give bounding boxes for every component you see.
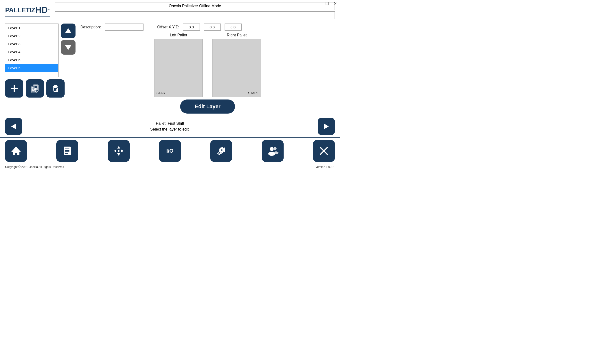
svg-marker-33 bbox=[121, 149, 124, 152]
svg-marker-32 bbox=[114, 149, 116, 152]
nav-center-text: Pallet: First Shift Select the layer to … bbox=[22, 121, 318, 132]
logo-tm: ™ bbox=[48, 9, 50, 11]
left-pallet-col: Left Pallet START bbox=[154, 33, 203, 97]
offset-label: Offset X,Y,Z: bbox=[157, 25, 179, 29]
back-button[interactable] bbox=[5, 118, 22, 135]
nav-line1: Pallet: First Shift bbox=[22, 121, 318, 126]
maximize-button[interactable]: ☐ bbox=[324, 1, 330, 6]
left-pallet-canvas[interactable]: START bbox=[154, 39, 203, 97]
svg-rect-49 bbox=[217, 153, 218, 154]
svg-rect-50 bbox=[221, 153, 222, 154]
svg-rect-37 bbox=[222, 147, 223, 148]
arrow-buttons bbox=[61, 24, 76, 55]
move-button[interactable] bbox=[108, 140, 130, 162]
left-panel: Layer 1 Layer 2 Layer 3 Layer 4 Layer 5 … bbox=[5, 24, 76, 114]
svg-marker-23 bbox=[324, 124, 329, 129]
layer-item-selected[interactable]: Layer 6 bbox=[5, 64, 58, 72]
move-up-button[interactable] bbox=[61, 24, 76, 38]
copyright: Copyright © 2021 Onexia All Rights Reser… bbox=[5, 165, 64, 169]
svg-rect-27 bbox=[65, 150, 69, 151]
io-button[interactable]: I/O bbox=[159, 140, 181, 162]
svg-marker-30 bbox=[117, 146, 120, 148]
nav-line2: Select the layer to edit. bbox=[22, 126, 318, 132]
svg-point-36 bbox=[222, 149, 223, 151]
svg-point-53 bbox=[274, 147, 277, 150]
bottom-toolbar: I/O bbox=[0, 137, 340, 164]
main-content: Layer 1 Layer 2 Layer 3 Layer 4 Layer 5 … bbox=[0, 21, 340, 116]
header: PALLETIZHD™ bbox=[0, 0, 340, 21]
offset-x-input[interactable] bbox=[183, 24, 200, 31]
right-pallet-start: START bbox=[248, 91, 259, 95]
footer: Copyright © 2021 Onexia All Rights Reser… bbox=[0, 164, 340, 170]
forward-button[interactable] bbox=[318, 118, 335, 135]
offset-z-input[interactable] bbox=[224, 24, 242, 31]
nav-row: Pallet: First Shift Select the layer to … bbox=[0, 116, 340, 137]
layer-item[interactable]: Layer 3 bbox=[5, 40, 58, 48]
minimize-button[interactable]: — bbox=[316, 1, 321, 6]
users-button[interactable] bbox=[262, 140, 284, 162]
offset-y-input[interactable] bbox=[204, 24, 221, 31]
svg-marker-22 bbox=[11, 124, 16, 129]
svg-rect-38 bbox=[222, 152, 223, 153]
settings-button[interactable] bbox=[210, 140, 232, 162]
edit-layer-button[interactable]: Edit Layer bbox=[180, 100, 235, 114]
svg-rect-47 bbox=[219, 151, 220, 152]
version: Version 1.0.8.1 bbox=[315, 165, 335, 169]
layer-item[interactable]: Layer 4 bbox=[5, 48, 58, 56]
pallets-row: Left Pallet START Right Pallet START bbox=[80, 33, 335, 97]
layer-section: Layer 1 Layer 2 Layer 3 Layer 4 Layer 5 … bbox=[5, 24, 76, 77]
io-label: I/O bbox=[166, 148, 173, 154]
header-inputs bbox=[55, 2, 335, 19]
svg-marker-1 bbox=[65, 45, 71, 50]
svg-rect-28 bbox=[65, 151, 69, 152]
svg-marker-24 bbox=[11, 147, 21, 155]
right-pallet-canvas[interactable]: START bbox=[212, 39, 261, 97]
right-pallet-col: Right Pallet START bbox=[212, 33, 261, 97]
svg-rect-39 bbox=[219, 149, 221, 151]
action-buttons bbox=[5, 79, 76, 98]
title-input[interactable] bbox=[55, 2, 335, 10]
edit-layer-row: Edit Layer bbox=[80, 100, 335, 114]
left-pallet-label: Left Pallet bbox=[170, 33, 187, 37]
right-pallet-label: Right Pallet bbox=[227, 33, 247, 37]
svg-point-51 bbox=[270, 147, 274, 151]
layer-item[interactable]: Layer 2 bbox=[5, 32, 58, 40]
subtitle-input[interactable] bbox=[55, 11, 335, 19]
delete-layer-button[interactable] bbox=[46, 79, 65, 98]
left-pallet-start: START bbox=[156, 91, 167, 95]
svg-point-54 bbox=[274, 151, 278, 154]
svg-rect-29 bbox=[65, 153, 68, 154]
svg-marker-31 bbox=[117, 153, 120, 156]
document-button[interactable] bbox=[56, 140, 78, 162]
window-close-button[interactable]: ✕ bbox=[333, 1, 338, 6]
add-layer-button[interactable] bbox=[5, 79, 23, 98]
copy-layer-button[interactable] bbox=[26, 79, 44, 98]
svg-rect-26 bbox=[65, 148, 69, 149]
description-input[interactable] bbox=[105, 24, 144, 31]
layer-list: Layer 1 Layer 2 Layer 3 Layer 4 Layer 5 … bbox=[5, 24, 58, 77]
logo-text: PALLETIZ bbox=[5, 6, 35, 14]
logo-hd: HD bbox=[35, 5, 48, 15]
home-button[interactable] bbox=[5, 140, 27, 162]
move-down-button[interactable] bbox=[61, 40, 76, 55]
svg-rect-25 bbox=[64, 147, 71, 155]
svg-rect-3 bbox=[11, 88, 18, 89]
logo-underline bbox=[5, 16, 50, 16]
layer-item[interactable]: Layer 1 bbox=[5, 24, 58, 32]
layer-item[interactable]: Layer 5 bbox=[5, 56, 58, 64]
logo: PALLETIZHD™ bbox=[5, 5, 50, 16]
svg-point-46 bbox=[219, 153, 220, 154]
close-button[interactable] bbox=[313, 140, 335, 162]
svg-marker-0 bbox=[65, 28, 71, 33]
svg-rect-17 bbox=[54, 85, 57, 86]
right-panel: Description: Offset X,Y,Z: Left Pallet S… bbox=[80, 24, 335, 114]
svg-rect-40 bbox=[224, 149, 225, 151]
description-row: Description: Offset X,Y,Z: bbox=[80, 24, 335, 31]
description-label: Description: bbox=[80, 25, 101, 29]
svg-rect-48 bbox=[219, 154, 220, 155]
svg-rect-34 bbox=[118, 150, 119, 152]
